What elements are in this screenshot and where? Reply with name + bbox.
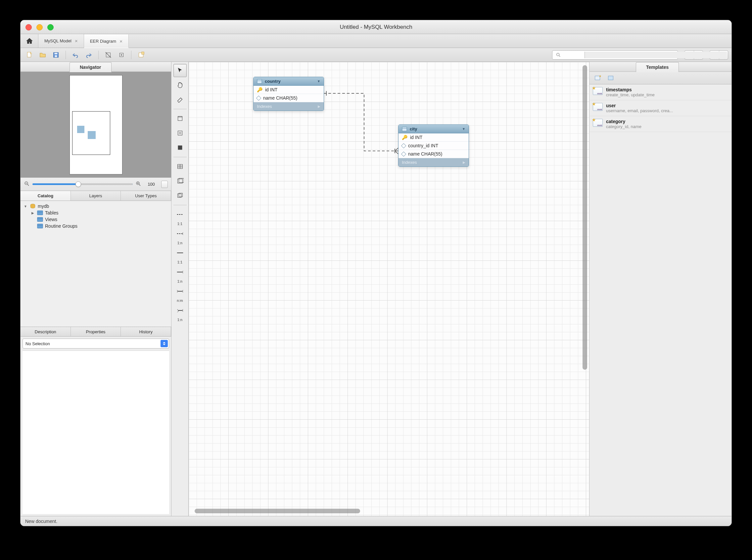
template-item-timestamps[interactable]: timestampscreate_time, update_time	[590, 84, 731, 100]
close-icon[interactable]: ×	[75, 38, 78, 44]
tree-item-routine-groups[interactable]: Routine Groups	[23, 223, 169, 229]
tool-rel-1-n-pick[interactable]	[174, 304, 187, 317]
selection-dropdown[interactable]: No Selection	[22, 339, 169, 348]
align-objects-button[interactable]	[116, 50, 127, 60]
svg-point-7	[121, 54, 122, 56]
zoom-slider[interactable]	[33, 183, 133, 185]
column-row[interactable]: name CHAR(55)	[398, 150, 469, 158]
tool-new-table[interactable]	[174, 160, 187, 173]
window-close-button[interactable]	[25, 24, 32, 31]
table-icon	[402, 127, 407, 132]
column-row[interactable]: country_id INT	[398, 142, 469, 150]
tool-layer[interactable]	[174, 112, 187, 125]
tab-user-types[interactable]: User Types	[121, 191, 171, 201]
window-minimize-button[interactable]	[36, 24, 43, 31]
template-icon	[593, 103, 603, 111]
toggle-grid-button[interactable]	[103, 50, 114, 60]
tool-image[interactable]	[174, 141, 187, 154]
tab-history[interactable]: History	[121, 327, 171, 336]
svg-line-18	[139, 184, 140, 186]
tab-properties[interactable]: Properties	[71, 327, 121, 336]
tool-rel-1-n-nonid[interactable]	[174, 227, 187, 240]
templates-toolbar: ★	[590, 72, 731, 84]
column-row[interactable]: name CHAR(55)	[254, 94, 324, 102]
redo-button[interactable]	[83, 50, 94, 60]
tool-new-routine-group[interactable]	[174, 189, 187, 202]
svg-rect-9	[142, 52, 144, 54]
zoom-stepper[interactable]	[161, 181, 168, 188]
catalog-tree[interactable]: ▼mydb ▶Tables Views Routine Groups	[21, 201, 171, 327]
tree-item-mydb[interactable]: ▼mydb	[23, 203, 169, 209]
collapse-icon[interactable]: ▼	[462, 127, 466, 131]
templates-list: timestampscreate_time, update_time useru…	[590, 84, 731, 516]
tool-note[interactable]	[174, 126, 187, 140]
tab-layers[interactable]: Layers	[71, 191, 121, 201]
undo-button[interactable]	[70, 50, 81, 60]
zoom-control: 100	[21, 178, 171, 191]
zoom-value: 100	[144, 182, 159, 187]
svg-point-10	[557, 53, 559, 56]
horizontal-scrollbar[interactable]	[195, 509, 360, 513]
properties-area	[22, 351, 169, 514]
tool-rel-1-1-id[interactable]	[174, 246, 187, 259]
home-button[interactable]	[21, 34, 38, 48]
new-document-button[interactable]	[24, 50, 35, 60]
tab-catalog[interactable]: Catalog	[21, 191, 71, 201]
indexes-row[interactable]: Indexes▶	[398, 158, 469, 166]
tool-select[interactable]	[174, 64, 187, 77]
collapse-icon[interactable]: ▼	[317, 79, 320, 83]
navigator-tab[interactable]: Navigator	[70, 62, 112, 72]
table-icon	[257, 79, 262, 84]
tree-item-tables[interactable]: ▶Tables	[23, 209, 169, 216]
entity-name: city	[410, 126, 417, 132]
zoom-out-button[interactable]	[24, 181, 30, 188]
tool-rel-n-m[interactable]	[174, 285, 187, 298]
tool-rel-1-n-id[interactable]	[174, 265, 187, 279]
svg-rect-2	[54, 53, 57, 54]
template-item-user[interactable]: userusername, email, password, crea...	[590, 100, 731, 116]
column-icon	[401, 151, 407, 157]
vertical-scrollbar[interactable]	[582, 65, 587, 370]
window-title: Untitled - MySQL Workbench	[340, 24, 412, 31]
close-icon[interactable]: ×	[119, 38, 122, 44]
svg-rect-52	[608, 76, 613, 80]
column-row[interactable]: 🔑id INT	[254, 86, 324, 94]
tool-hand[interactable]	[174, 78, 187, 92]
indexes-row[interactable]: Indexes▶	[254, 102, 324, 111]
dropdown-arrows-icon	[160, 340, 168, 347]
entity-city[interactable]: city ▼ 🔑id INT country_id INT name CHAR(…	[398, 124, 469, 167]
tool-rel-1-1-nonid[interactable]	[174, 208, 187, 221]
new-diagram-button[interactable]	[135, 50, 146, 60]
open-document-button[interactable]	[37, 50, 48, 60]
tool-eraser[interactable]	[174, 93, 187, 106]
zoom-in-button[interactable]	[135, 181, 141, 188]
template-apply-button[interactable]	[606, 74, 617, 83]
tab-description[interactable]: Description	[21, 327, 71, 336]
entity-name: country	[265, 79, 281, 84]
template-add-button[interactable]: ★	[592, 74, 603, 83]
status-bar: New document.	[21, 516, 731, 526]
templates-tab[interactable]: Templates	[636, 62, 679, 72]
rel-label-n-m: n:m	[177, 299, 183, 302]
selection-value: No Selection	[25, 341, 50, 346]
key-icon: 🔑	[402, 135, 408, 140]
rel-label-1-1: 1:1	[177, 260, 182, 264]
tab-eer-diagram[interactable]: EER Diagram ×	[84, 35, 129, 48]
window-zoom-button[interactable]	[47, 24, 54, 31]
entity-country[interactable]: country ▼ 🔑id INT name CHAR(55) Indexes▶	[253, 77, 324, 111]
right-panel-toggle[interactable]	[710, 50, 728, 60]
tab-mysql-model[interactable]: MySQL Model ×	[38, 34, 84, 48]
diagram-canvas[interactable]: country ▼ 🔑id INT name CHAR(55) Indexes▶…	[189, 62, 589, 516]
diagram-overview[interactable]	[21, 72, 171, 178]
templates-panel-header: Templates	[590, 62, 731, 72]
column-row[interactable]: 🔑id INT	[398, 133, 469, 142]
tool-new-view[interactable]	[174, 175, 187, 188]
tree-item-views[interactable]: Views	[23, 216, 169, 223]
template-icon	[593, 87, 603, 95]
svg-rect-31	[178, 146, 182, 150]
save-document-button[interactable]	[50, 50, 62, 60]
rel-label-1-1: 1:1	[177, 222, 182, 226]
svg-line-5	[105, 52, 111, 58]
svg-text:★: ★	[599, 75, 601, 78]
template-item-category[interactable]: categorycategory_id, name	[590, 116, 731, 132]
